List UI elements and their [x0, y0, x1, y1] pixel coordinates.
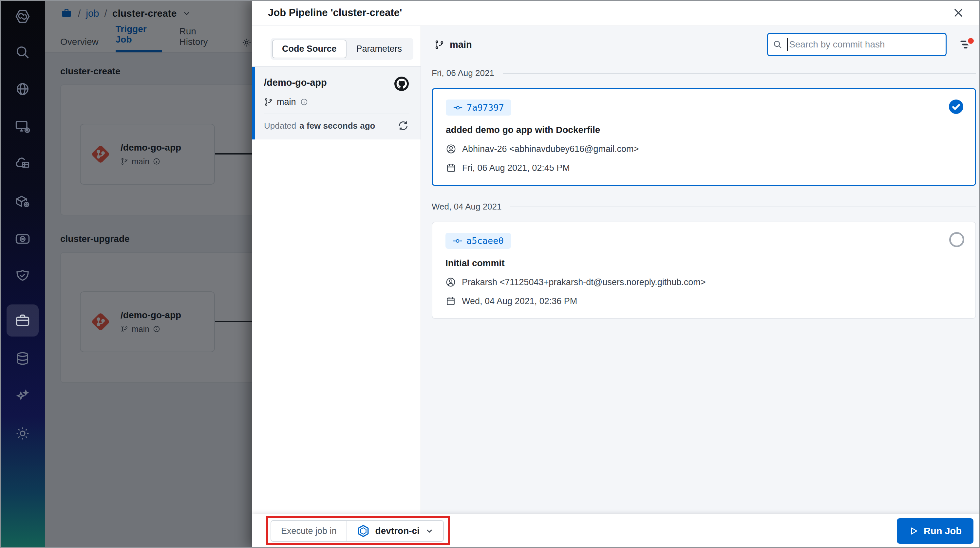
search-input[interactable] — [767, 33, 947, 56]
modal-dim-overlay[interactable] — [45, 0, 252, 548]
commit-icon — [453, 103, 463, 113]
shield-check-icon[interactable] — [0, 266, 45, 287]
package-gear-icon[interactable] — [0, 191, 45, 212]
commit-pane-header: main — [432, 26, 976, 63]
globe-icon[interactable] — [0, 79, 45, 100]
drawer-title: Job Pipeline 'cluster-create' — [268, 7, 402, 19]
filter-icon[interactable] — [956, 34, 976, 55]
branch-icon — [434, 40, 444, 50]
commit-date-label: Wed, 04 Aug 2021 — [432, 202, 501, 212]
author-icon — [445, 277, 456, 288]
text-caret — [787, 38, 788, 51]
commit-icon — [453, 236, 463, 246]
unselected-radio[interactable] — [949, 232, 964, 247]
commit-date-group: Fri, 06 Aug 2021 — [432, 68, 976, 78]
refresh-icon[interactable] — [397, 119, 409, 132]
commit-card-unselected[interactable]: a5caee0 Initial commit Prakarsh <7112504… — [432, 222, 976, 319]
selected-check-icon[interactable] — [948, 99, 964, 114]
updated-value: a few seconds ago — [299, 121, 375, 131]
tab-parameters[interactable]: Parameters — [347, 40, 412, 58]
commit-date-group: Wed, 04 Aug 2021 — [432, 202, 976, 212]
drawer-header: Job Pipeline 'cluster-create' — [252, 0, 980, 26]
commit-author-row: Abhinav-26 <abhinavdubey616@gmail.com> — [446, 144, 962, 154]
settings-gear-icon[interactable] — [0, 423, 45, 444]
commit-list-pane: main Fri, 06 Aug 2021 7a97397 added demo… — [421, 26, 980, 514]
search-nav-icon[interactable] — [0, 42, 45, 63]
devices-gear-icon[interactable] — [0, 116, 45, 138]
git-material-item[interactable]: /demo-go-app main Updated a few seconds … — [252, 67, 420, 140]
divider — [510, 206, 976, 207]
filter-active-badge — [966, 37, 975, 46]
updated-label: Updated — [264, 121, 296, 131]
commit-search — [767, 33, 947, 56]
commit-author: Abhinav-26 <abhinavdubey616@gmail.com> — [462, 144, 639, 154]
commit-hash-chip[interactable]: a5caee0 — [445, 233, 511, 249]
commit-card-selected[interactable]: 7a97397 added demo go app with Dockerfil… — [432, 88, 976, 186]
jobs-briefcase-icon[interactable] — [0, 310, 45, 331]
commit-branch-name: main — [450, 39, 472, 50]
run-job-button[interactable]: Run Job — [897, 518, 974, 544]
divider — [503, 73, 976, 74]
search-icon — [772, 39, 783, 50]
drawer-tabs: Code Source Parameters — [252, 26, 420, 67]
sparkles-icon[interactable] — [0, 386, 45, 407]
tab-code-source[interactable]: Code Source — [272, 40, 347, 58]
info-icon[interactable] — [300, 98, 308, 106]
author-icon — [446, 144, 456, 154]
commit-datetime: Wed, 04 Aug 2021, 02:36 PM — [462, 296, 577, 307]
material-repo-name: /demo-go-app — [264, 76, 327, 88]
branch-icon — [264, 98, 273, 106]
drawer-footer: Execute job in devtron-ci Run Job — [252, 514, 980, 548]
commit-message: Initial commit — [445, 258, 963, 268]
calendar-icon — [446, 163, 456, 173]
commit-hash-chip[interactable]: 7a97397 — [446, 100, 511, 116]
material-column: Code Source Parameters /demo-go-app main… — [252, 26, 421, 514]
job-pipeline-drawer: Job Pipeline 'cluster-create' Code Sourc… — [252, 0, 980, 548]
commit-author-row: Prakarsh <71125043+prakarsh-dt@users.nor… — [445, 277, 963, 288]
devtron-logo-icon[interactable] — [0, 6, 45, 27]
commit-datetime-row: Fri, 06 Aug 2021, 02:45 PM — [446, 163, 962, 173]
left-nav-sidebar — [0, 0, 45, 548]
commit-date-label: Fri, 06 Aug 2021 — [432, 68, 494, 78]
annotation-highlight-box — [266, 516, 450, 545]
commit-datetime: Fri, 06 Aug 2021, 02:45 PM — [462, 163, 570, 173]
github-icon — [394, 76, 409, 92]
commit-datetime-row: Wed, 04 Aug 2021, 02:36 PM — [445, 296, 963, 307]
material-branch-name: main — [277, 97, 296, 107]
resource-card-icon[interactable] — [0, 154, 45, 175]
calendar-icon — [445, 296, 456, 307]
commit-author: Prakarsh <71125043+prakarsh-dt@users.nor… — [462, 277, 706, 288]
close-icon[interactable] — [951, 6, 966, 20]
play-icon — [908, 526, 918, 536]
commit-message: added demo go app with Dockerfile — [446, 125, 962, 135]
database-stack-icon[interactable] — [0, 348, 45, 369]
camera-eye-icon[interactable] — [0, 229, 45, 249]
